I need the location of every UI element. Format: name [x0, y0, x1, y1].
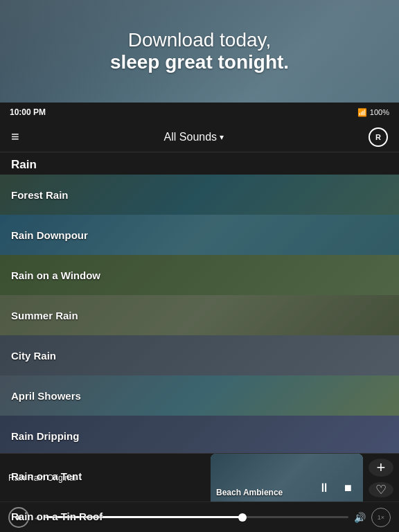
- mini-player-right[interactable]: Beach Ambience ⏸ ⏹: [211, 454, 363, 502]
- nav-title-text: All Sounds: [164, 131, 218, 143]
- hero-line2: sleep great tonight.: [110, 51, 289, 73]
- list-item[interactable]: Rain on a Window: [0, 255, 399, 295]
- nav-bar: ≡ All Sounds ▾ R: [0, 122, 399, 152]
- hero-line1: Download today,: [110, 29, 289, 51]
- list-item[interactable]: Rain Dripping: [0, 416, 399, 456]
- sound-item-label: Rain on a Tin Roof: [0, 511, 103, 522]
- right-player-content: Beach Ambience ⏸ ⏹: [216, 478, 357, 497]
- sound-item-label: Rain on a Window: [0, 269, 100, 281]
- profile-icon[interactable]: R: [369, 127, 388, 147]
- wifi-icon: 📶: [357, 108, 367, 117]
- section-header-rain: Rain: [0, 152, 399, 175]
- sound-item-label: Rain Downpour: [0, 229, 88, 241]
- sound-item-label: Rain Dripping: [0, 430, 79, 442]
- list-item[interactable]: Summer Rain: [0, 295, 399, 335]
- pause-button[interactable]: ⏸: [314, 478, 334, 497]
- list-item[interactable]: City Rain: [0, 335, 399, 375]
- menu-icon[interactable]: ≡: [11, 129, 19, 145]
- sound-item-label: April Showers: [0, 390, 81, 402]
- sound-item-label: City Rain: [0, 350, 56, 362]
- nav-title[interactable]: All Sounds ▾: [164, 131, 224, 143]
- status-right: 📶 100%: [357, 108, 389, 117]
- speed-button[interactable]: 1×: [371, 508, 391, 527]
- sound-item-overlay: [0, 335, 399, 375]
- right-track-name: Beach Ambience: [216, 488, 283, 497]
- list-item[interactable]: April Showers: [0, 375, 399, 416]
- status-bar: 10:00 PM 📶 100%: [0, 103, 399, 122]
- heart-button[interactable]: ♡: [369, 482, 393, 497]
- stop-button[interactable]: ⏹: [338, 478, 357, 497]
- volume-icon[interactable]: 🔊: [354, 512, 366, 523]
- sound-item-label: Summer Rain: [0, 310, 78, 321]
- sound-item-label: Rain on a Tent: [0, 470, 82, 482]
- battery-label: 100%: [370, 108, 389, 116]
- progress-thumb[interactable]: [238, 513, 247, 522]
- list-item[interactable]: Forest Rain: [0, 175, 399, 215]
- hero-section: Download today, sleep great tonight.: [0, 0, 399, 103]
- add-button[interactable]: +: [369, 459, 393, 477]
- mini-player-controls: ⏸ ⏹: [314, 478, 357, 497]
- list-item[interactable]: Rain Downpour: [0, 215, 399, 255]
- sound-item-label: Forest Rain: [0, 189, 69, 201]
- chevron-down-icon: ▾: [220, 132, 224, 142]
- status-time: 10:00 PM: [10, 107, 46, 117]
